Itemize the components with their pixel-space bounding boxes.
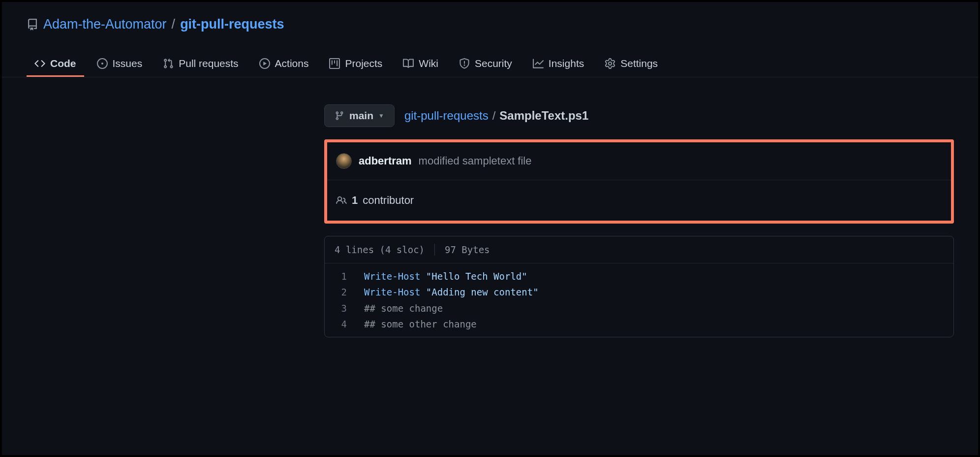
tab-pull-requests-label: Pull requests xyxy=(179,58,238,69)
issues-icon xyxy=(97,58,108,69)
code-line: 3 ## some change xyxy=(325,300,953,316)
breadcrumb: git-pull-requests / SampleText.ps1 xyxy=(404,109,588,123)
line-content: Write-Host "Hello Tech World" xyxy=(359,268,527,284)
gear-icon xyxy=(605,58,615,69)
commit-author[interactable]: adbertram xyxy=(359,155,412,167)
contributors[interactable]: 1 contributor xyxy=(327,180,951,221)
code-lines: 1 Write-Host "Hello Tech World" 2 Write-… xyxy=(325,263,953,337)
tab-actions[interactable]: Actions xyxy=(251,52,317,77)
file-nav: main ▼ git-pull-requests / SampleText.ps… xyxy=(324,104,954,127)
code-line: 2 Write-Host "Adding new content" xyxy=(325,284,953,300)
insights-icon xyxy=(533,58,544,69)
tab-insights[interactable]: Insights xyxy=(525,52,592,77)
tab-insights-label: Insights xyxy=(549,58,584,69)
pull-request-icon xyxy=(163,58,174,69)
owner-link[interactable]: Adam-the-Automator xyxy=(43,17,167,32)
breadcrumb-separator: / xyxy=(492,109,496,123)
repo-link[interactable]: git-pull-requests xyxy=(180,17,284,32)
git-branch-icon xyxy=(335,111,344,121)
tab-security[interactable]: Security xyxy=(451,52,520,77)
people-icon xyxy=(336,195,347,206)
tab-pull-requests[interactable]: Pull requests xyxy=(155,52,246,77)
commit-message[interactable]: modified sampletext file xyxy=(419,155,532,167)
line-content: ## some other change xyxy=(359,316,477,332)
tab-projects-label: Projects xyxy=(345,58,382,69)
tab-security-label: Security xyxy=(475,58,512,69)
tab-settings[interactable]: Settings xyxy=(597,52,666,77)
line-content: ## some change xyxy=(359,300,443,316)
size-info: 97 Bytes xyxy=(445,244,490,255)
tab-wiki-label: Wiki xyxy=(419,58,438,69)
tab-actions-label: Actions xyxy=(275,58,309,69)
branch-name: main xyxy=(349,110,373,122)
contributors-count: 1 xyxy=(352,194,358,207)
code-line: 1 Write-Host "Hello Tech World" xyxy=(325,268,953,284)
tab-code[interactable]: Code xyxy=(27,52,84,77)
avatar[interactable] xyxy=(336,153,352,169)
lines-info: 4 lines (4 sloc) xyxy=(335,244,425,255)
commit-highlight-box: adbertram modified sampletext file 1 con… xyxy=(324,139,954,224)
divider xyxy=(434,244,435,256)
actions-icon xyxy=(259,58,270,69)
commit-info: adbertram modified sampletext file xyxy=(327,142,951,180)
contributors-label: contributor xyxy=(363,194,414,207)
line-number[interactable]: 3 xyxy=(325,300,359,316)
wiki-icon xyxy=(403,58,414,69)
tab-settings-label: Settings xyxy=(620,58,658,69)
line-number[interactable]: 2 xyxy=(325,284,359,300)
breadcrumb-filename: SampleText.ps1 xyxy=(499,109,588,123)
tab-wiki[interactable]: Wiki xyxy=(395,52,446,77)
code-line: 4 ## some other change xyxy=(325,316,953,332)
projects-icon xyxy=(329,58,340,69)
repo-path: Adam-the-Automator / git-pull-requests xyxy=(27,17,953,32)
breadcrumb-repo[interactable]: git-pull-requests xyxy=(404,109,489,123)
code-box: 4 lines (4 sloc) 97 Bytes 1 Write-Host "… xyxy=(324,236,954,337)
chevron-down-icon: ▼ xyxy=(378,112,384,119)
line-number[interactable]: 4 xyxy=(325,316,359,332)
tab-issues[interactable]: Issues xyxy=(89,52,151,77)
tab-issues-label: Issues xyxy=(113,58,143,69)
branch-selector[interactable]: main ▼ xyxy=(324,104,395,127)
code-icon xyxy=(34,58,45,69)
repo-tabs: Code Issues Pull requests Actions Projec… xyxy=(2,52,978,77)
path-separator: / xyxy=(172,17,176,32)
line-content: Write-Host "Adding new content" xyxy=(359,284,539,300)
repo-icon xyxy=(27,19,38,31)
tab-code-label: Code xyxy=(50,58,76,69)
security-icon xyxy=(459,58,470,69)
line-number[interactable]: 1 xyxy=(325,268,359,284)
code-header: 4 lines (4 sloc) 97 Bytes xyxy=(325,236,953,263)
tab-projects[interactable]: Projects xyxy=(321,52,390,77)
